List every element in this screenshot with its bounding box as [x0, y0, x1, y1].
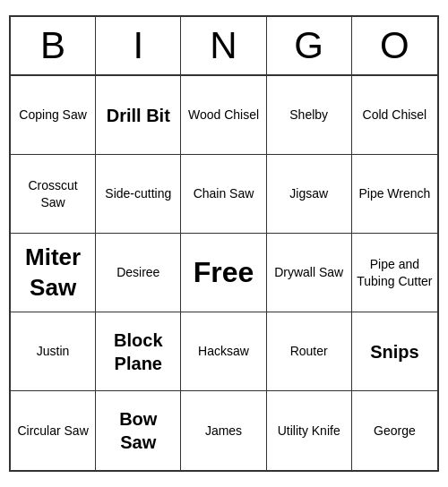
cell-text: Miter Saw — [14, 243, 91, 303]
bingo-cell: Pipe Wrench — [352, 155, 437, 234]
bingo-cell: Desiree — [96, 234, 181, 312]
cell-text: Side-cutting — [105, 185, 171, 201]
cell-text: Utility Knife — [278, 423, 340, 439]
bingo-cell: Bow Saw — [96, 391, 181, 470]
cell-text: George — [374, 423, 416, 439]
cell-text: Justin — [37, 343, 70, 359]
bingo-cell: Utility Knife — [267, 391, 352, 470]
cell-text: Hacksaw — [198, 343, 249, 359]
cell-text: Jigsaw — [289, 185, 328, 201]
header-letter: N — [181, 17, 266, 74]
bingo-grid: Coping SawDrill BitWood ChiselShelbyCold… — [11, 76, 437, 470]
bingo-cell: Jigsaw — [267, 155, 352, 234]
bingo-card: BINGO Coping SawDrill BitWood ChiselShel… — [9, 15, 439, 472]
header-letter: B — [11, 17, 96, 74]
cell-text: Free — [194, 254, 254, 292]
bingo-cell: Coping Saw — [11, 76, 96, 155]
bingo-cell: Circular Saw — [11, 391, 96, 470]
cell-text: Shelby — [289, 107, 328, 123]
bingo-cell: Chain Saw — [181, 155, 266, 234]
cell-text: Drywall Saw — [274, 264, 343, 280]
bingo-cell: Drill Bit — [96, 76, 181, 155]
cell-text: Snips — [370, 340, 418, 363]
header-letter: G — [267, 17, 352, 74]
cell-text: Pipe and Tubing Cutter — [356, 256, 434, 288]
bingo-cell: Justin — [11, 312, 96, 391]
cell-text: Wood Chisel — [188, 107, 259, 123]
bingo-cell: Crosscut Saw — [11, 155, 96, 234]
bingo-header: BINGO — [11, 17, 437, 76]
bingo-cell: George — [352, 391, 437, 470]
cell-text: Router — [290, 343, 328, 359]
cell-text: Cold Chisel — [363, 107, 427, 123]
bingo-cell: Shelby — [267, 76, 352, 155]
bingo-cell: Free — [181, 234, 266, 312]
cell-text: Coping Saw — [19, 107, 87, 123]
cell-text: Pipe Wrench — [358, 185, 430, 201]
bingo-cell: Pipe and Tubing Cutter — [352, 234, 437, 312]
bingo-cell: Router — [267, 312, 352, 391]
header-letter: O — [352, 17, 437, 74]
bingo-cell: Snips — [352, 312, 437, 391]
cell-text: Drill Bit — [107, 104, 170, 127]
bingo-cell: Block Plane — [96, 312, 181, 391]
cell-text: Desiree — [116, 264, 159, 280]
bingo-cell: Drywall Saw — [267, 234, 352, 312]
cell-text: Chain Saw — [194, 185, 254, 201]
bingo-cell: Wood Chisel — [181, 76, 266, 155]
bingo-cell: Cold Chisel — [352, 76, 437, 155]
cell-text: James — [205, 423, 242, 439]
cell-text: Bow Saw — [99, 407, 177, 454]
bingo-cell: Miter Saw — [11, 234, 96, 312]
cell-text: Circular Saw — [17, 423, 88, 439]
bingo-cell: Side-cutting — [96, 155, 181, 234]
header-letter: I — [96, 17, 181, 74]
cell-text: Crosscut Saw — [14, 177, 91, 209]
bingo-cell: Hacksaw — [181, 312, 266, 391]
bingo-cell: James — [181, 391, 266, 470]
cell-text: Block Plane — [99, 329, 177, 375]
